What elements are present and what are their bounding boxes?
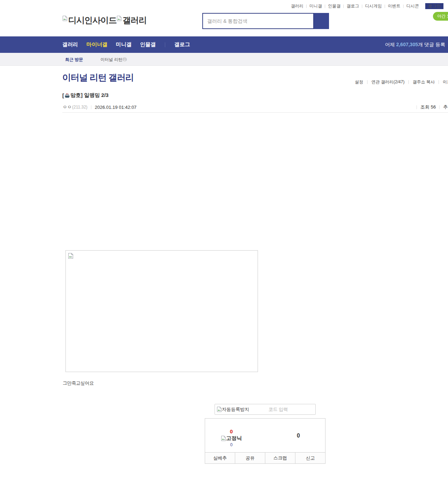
top-link-event[interactable]: 이벤트 [385, 3, 403, 9]
vote-box: 0 고정닉 0 0 실베추 공유 스크랩 신고 [205, 418, 326, 464]
broken-image-icon [68, 253, 74, 259]
ship-icon [64, 93, 70, 98]
main-nav-menu: 갤러리 마이너갤 미니갤 인물갤 갤로그 [62, 41, 190, 48]
top-link-dccon[interactable]: 디시콘 [404, 3, 422, 9]
writer-nickname[interactable]: ㅇㅇ [63, 104, 72, 110]
recent-gallery-name: 이터널 리턴 [100, 57, 122, 62]
top-utility-bar: 갤러리 미니갤 인물갤 갤로그 디시게임 이벤트 디시콘 로그인 [288, 3, 443, 9]
gallery-utility-links: 설정 연관 갤러리(2/47) 갤주소 복사 이용안내 [351, 79, 448, 85]
logo-text-gallery: 갤러리 [122, 15, 147, 26]
report-button[interactable]: 신고 [295, 452, 326, 464]
usage-guide-link[interactable]: 이용안내 [439, 79, 448, 85]
captcha-box: 자동등록방지 [215, 404, 316, 415]
nav-item-minorgall[interactable]: 마이너갤 [86, 41, 107, 48]
post-action-buttons: 실베추 공유 스크랩 신고 [205, 452, 326, 464]
recent-visit-gallery-link[interactable]: 이터널 리턴ⓜ [100, 57, 127, 63]
top-link-gallog[interactable]: 갤로그 [344, 3, 362, 9]
post-content-text: 그만죽고싶어요 [63, 380, 94, 386]
recent-visit-bar: 최근 방문 이터널 리턴ⓜ [0, 53, 448, 66]
upvote-area[interactable]: 0 고정닉 0 [216, 428, 247, 447]
divider [416, 105, 417, 109]
post-title-text: 망호] 일맹밍 2/3 [70, 92, 108, 99]
fixed-nick-row: 고정닉 [216, 435, 247, 442]
search-input[interactable] [202, 13, 314, 29]
downvote-count: 0 [297, 433, 300, 439]
related-galleries-link[interactable]: 연관 갤러리(2/47) [368, 79, 408, 85]
nav-item-minigall[interactable]: 미니갤 [116, 41, 132, 48]
post-meta: ㅇㅇ (211.32) 2026.01.19 01:42:07 [63, 104, 136, 110]
nav-item-gallog[interactable]: 갤로그 [174, 41, 190, 48]
post-title-bracket: [ [62, 92, 64, 98]
divider [91, 105, 91, 109]
divider [165, 42, 165, 47]
main-nav-bar: 갤러리 마이너갤 미니갤 인물갤 갤로그 어제 2,607,305개 댓글 등록 [0, 36, 448, 53]
post-date: 2026.01.19 01:42:07 [95, 105, 136, 110]
captcha-image-placeholder: 자동등록방지 [217, 406, 249, 413]
silbechu-button[interactable]: 실베추 [205, 452, 235, 464]
logo-text-dcinside: 디시인사이드 [68, 15, 117, 26]
top-link-dcgame[interactable]: 디시게임 [362, 3, 385, 9]
dcinside-gallery-page: { "colors": { "navy": "#3b4891", "dark_n… [0, 0, 448, 504]
comment-stat-prefix: 어제 [385, 42, 396, 47]
broken-image-icon [62, 15, 68, 21]
post-title: [ 망호] 일맹밍 2/3 [62, 92, 448, 99]
recent-visit-label: 최근 방문 [65, 57, 83, 63]
nav-item-gallery[interactable]: 갤러리 [62, 41, 78, 48]
minor-gallery-badge-icon: ⓜ [122, 57, 127, 62]
broken-image-icon [217, 406, 222, 412]
gallery-title[interactable]: 이터널 리턴 갤러리 [62, 72, 134, 83]
nav-item-persongall[interactable]: 인물갤 [140, 41, 156, 48]
comment-stat-count: 2,607,305 [396, 42, 418, 47]
top-link-minigall[interactable]: 미니갤 [307, 3, 325, 9]
fixed-nick-count: 0 [216, 442, 247, 447]
site-logo[interactable]: 디시인사이드 갤러리 [62, 15, 147, 26]
vote-main: 0 고정닉 0 0 [205, 418, 326, 452]
scrap-button[interactable]: 스크랩 [265, 452, 295, 464]
post-image-placeholder[interactable] [65, 250, 258, 372]
night-mode-button[interactable]: 야간 모드 [433, 12, 448, 21]
recommend-count: 추천 0 [443, 104, 448, 110]
top-link-gallery[interactable]: 갤러리 [288, 3, 306, 9]
comment-stat-suffix: 개 댓글 등록 [418, 42, 445, 47]
post-counts: 조회 56 추천 0 [413, 103, 448, 111]
captcha-alt-text: 자동등록방지 [222, 406, 249, 413]
divider [439, 105, 440, 109]
captcha-code-input[interactable] [268, 407, 310, 412]
search-button[interactable] [314, 13, 329, 29]
post-header: [ 망호] 일맹밍 2/3 ㅇㅇ (211.32) 2026.01.19 01:… [62, 92, 448, 113]
copy-gallery-url-link[interactable]: 갤주소 복사 [409, 79, 439, 85]
fixed-nick-label: 고정닉 [226, 435, 242, 442]
downvote-area[interactable]: 0 [297, 433, 300, 439]
comment-stat: 어제 2,607,305개 댓글 등록 [385, 42, 445, 48]
night-mode-label: 야간 모드 [437, 13, 448, 19]
writer-ip: (211.32) [72, 105, 88, 110]
broken-image-icon [117, 15, 122, 21]
broken-image-icon [221, 435, 226, 441]
top-link-persongall[interactable]: 인물갤 [325, 3, 343, 9]
gallery-settings-link[interactable]: 설정 [351, 79, 367, 85]
login-button[interactable]: 로그인 [425, 3, 443, 9]
share-button[interactable]: 공유 [235, 452, 265, 464]
upvote-count: 0 [216, 428, 247, 434]
view-count: 조회 56 [420, 104, 436, 110]
